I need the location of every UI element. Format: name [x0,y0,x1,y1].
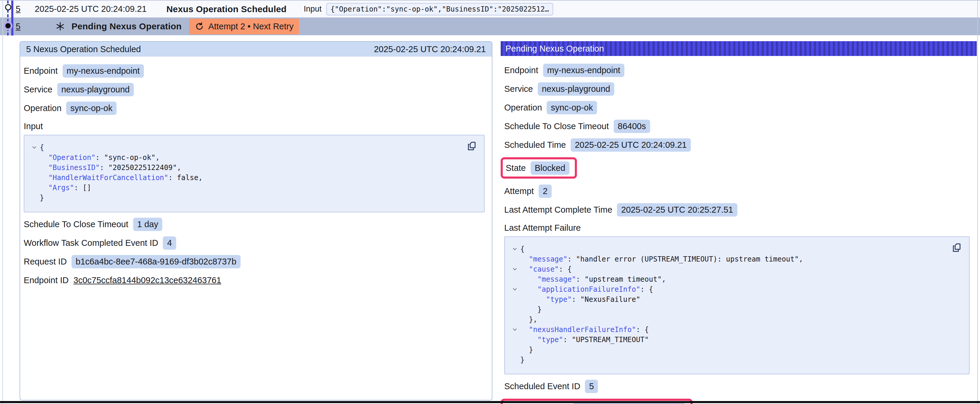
code-text: { [520,244,524,254]
field-schedule-to-close-timeout: Schedule To Close Timeout1 day [24,217,485,231]
code-line: "type": "UPSTREAM_TIMEOUT" [509,335,950,345]
code-text: "Args": [] [40,183,91,193]
field-label: Schedule To Close Timeout [24,219,129,229]
pending-operation-body: Endpointmy-nexus-endpointServicenexus-pl… [501,56,977,404]
code-text: } [520,345,533,355]
field-value-chip: 2025-02-25 UTC 20:25:27.51 [617,203,737,217]
pending-operation-panel: Pending Nexus Operation Endpointmy-nexus… [501,41,977,404]
timeline-filled-circle-icon[interactable] [3,21,13,30]
chevron-down-icon[interactable] [29,143,40,152]
field-value-chip: sync-op-ok [66,101,116,115]
last-attempt-failure-label: Last Attempt Failure [504,223,970,233]
code-gutter-spacer [29,163,40,173]
field-label: Endpoint [24,66,58,76]
chevron-down-icon[interactable] [509,284,520,295]
failure-json-viewer: { "message": "handler error (UPSTREAM_TI… [504,236,970,374]
field-label: Operation [504,103,542,112]
field-label: Schedule To Close Timeout [504,122,609,131]
field-value-chip: nexus-playground [538,82,614,96]
code-gutter-spacer [509,254,520,264]
event-input-preview-chip[interactable]: {"Operation":"sync-op-ok","BusinessID":"… [326,3,553,16]
code-line: "type": "NexusFailure" [509,295,950,304]
code-gutter-spacer [509,345,520,355]
field-label: Last Attempt Complete Time [504,205,612,215]
copy-icon[interactable] [466,140,477,152]
input-json-viewer: { "Operation": "sync-op-ok", "BusinessID… [24,135,485,212]
field-label: Scheduled Event ID [504,382,580,391]
field-value-chip: sync-op-ok [547,101,597,114]
timeline-selection-bar [11,1,13,36]
field-label: State [506,163,526,173]
field-endpoint-id: Endpoint ID3c0c75ccfa8144b092c13ce632463… [24,273,485,287]
workflow-history-page: 5 2025-02-25 UTC 20:24:09.21 Nexus Opera… [0,0,980,404]
event-detail-panel-header: 5 Nexus Operation Scheduled 2025-02-25 U… [20,42,492,57]
bottom-divider-bar [0,401,980,403]
code-text: } [520,304,542,315]
pending-operation-header-title: Pending Nexus Operation [506,44,604,54]
chevron-down-icon[interactable] [509,264,520,274]
field-endpoint: Endpointmy-nexus-endpoint [24,64,485,78]
timeline-open-circle-icon[interactable] [5,4,11,10]
code-line: "Operation": "sync-op-ok", [29,152,465,163]
event-input-label: Input [304,5,321,14]
field-value-chip: 4 [163,236,176,250]
field-value-link[interactable]: 3c0c75ccfa8144b092c13ce632463761 [73,276,221,285]
code-text: "applicationFailureInfo": { [520,284,653,295]
code-gutter-spacer [509,315,520,325]
field-endpoint: Endpointmy-nexus-endpoint [504,63,970,77]
event-id-link[interactable]: 5 [16,4,22,14]
retry-icon [194,22,204,32]
event-history-list: 5 2025-02-25 UTC 20:24:09.21 Nexus Opera… [0,1,980,35]
field-operation: Operationsync-op-ok [24,101,485,115]
code-gutter-spacer [509,335,520,345]
field-scheduled-time: Scheduled Time2025-02-25 UTC 20:24:09.21 [504,138,970,152]
right-frame-line [977,1,978,404]
code-line: "Args": [] [29,183,465,193]
field-service: Servicenexus-playground [24,82,485,96]
code-text: "nexusHandlerFailureInfo": { [520,325,649,335]
field-attempt: Attempt2 [504,184,970,198]
code-text: "message": "upstream timeout", [520,274,666,284]
input-section-label: Input [24,122,485,131]
code-text: } [520,355,524,365]
code-line: } [509,355,950,365]
field-value-chip: 1 day [133,218,162,231]
event-detail-panel-title: 5 Nexus Operation Scheduled [26,44,141,54]
copy-icon[interactable] [951,242,963,253]
field-value-chip: nexus-playground [57,83,134,96]
chevron-down-icon[interactable] [509,325,520,335]
event-row-pending[interactable]: 5 Pending Nexus Operation Attempt 2 • Ne… [0,17,980,35]
pending-operation-header: Pending Nexus Operation [501,41,977,56]
code-text: "BusinessID": "20250225122409", [40,163,181,173]
code-line: "nexusHandlerFailureInfo": { [509,325,950,335]
event-row-scheduled[interactable]: 5 2025-02-25 UTC 20:24:09.21 Nexus Opera… [0,1,980,17]
field-workflow-task-completed-event-id: Workflow Task Completed Event ID4 [24,236,485,250]
field-value-chip: Blocked [531,162,570,175]
code-gutter-spacer [509,355,520,365]
field-value-chip: b1c6a4bc-8ee7-468a-9169-df3b02c8737b [72,255,240,268]
field-label: Workflow Task Completed Event ID [24,238,158,248]
code-gutter-spacer [509,304,520,315]
field-request-id: Request IDb1c6a4bc-8ee7-468a-9169-df3b02… [24,255,485,268]
code-line: } [509,304,950,315]
field-value-chip: 2025-02-25 UTC 20:24:09.21 [571,138,691,152]
code-line: { [509,244,950,254]
code-text: }, [520,315,538,325]
event-detail-panel-timestamp: 2025-02-25 UTC 20:24:09.21 [374,44,486,54]
left-frame-line [2,1,3,404]
code-text: "Operation": "sync-op-ok", [40,152,160,163]
field-last-attempt-complete-time: Last Attempt Complete Time2025-02-25 UTC… [504,203,970,217]
pending-event-title: Pending Nexus Operation [72,21,181,32]
field-schedule-to-close-timeout: Schedule To Close Timeout86400s [504,119,970,133]
code-line: "message": "upstream timeout", [509,274,950,284]
field-operation: Operationsync-op-ok [504,101,970,114]
code-text: "type": "NexusFailure" [520,295,640,304]
code-line: { [29,143,465,152]
code-text: { [40,143,44,152]
event-id-link[interactable]: 5 [16,22,22,32]
field-label: Scheduled Time [504,140,566,150]
field-service: Servicenexus-playground [504,82,970,96]
field-value-chip: 5 [585,380,598,393]
retry-status-badge: Attempt 2 • Next Retry [189,19,299,34]
chevron-down-icon[interactable] [509,244,520,254]
